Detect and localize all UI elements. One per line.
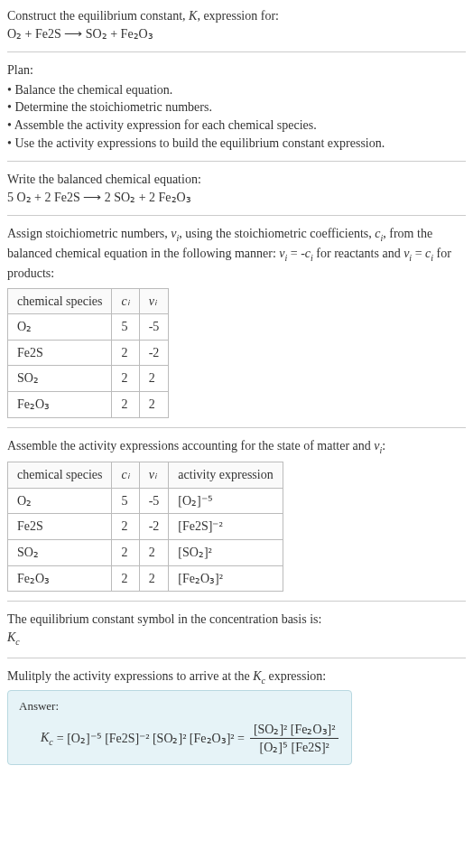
multiply-text1: Mulitply the activity expressions to arr… [7, 669, 253, 683]
table-row: Fe₂O₃22 [8, 391, 169, 417]
kc-k: K [253, 669, 261, 683]
stoich-table: chemical species cᵢ νᵢ O₂5-5 Fe2S2-2 SO₂… [7, 288, 169, 418]
table-cell: [SO₂]² [169, 540, 283, 566]
table-cell: -5 [139, 488, 169, 514]
table-cell: 2 [112, 366, 139, 392]
divider [7, 161, 466, 162]
kc-sub: c [49, 737, 52, 747]
table-header: cᵢ [112, 288, 139, 314]
kc-k: K [7, 630, 15, 644]
rel-eq: = [412, 247, 425, 260]
table-cell: [O₂]⁻⁵ [169, 488, 283, 514]
table-header: νᵢ [139, 288, 169, 314]
stoich-intro: Assign stoichiometric numbers, νi, using… [7, 225, 466, 282]
balanced-title: Write the balanced chemical equation: [7, 171, 466, 189]
kc-symbol: Kc [7, 629, 466, 649]
intro-text1b: , expression for: [197, 9, 279, 23]
kc-fraction: [SO₂]² [Fe₂O₃]² [O₂]⁵ [Fe2S]² [250, 721, 339, 757]
table-cell: 2 [139, 565, 169, 592]
plan-list: Balance the chemical equation. Determine… [7, 81, 466, 152]
table-cell: 2 [139, 366, 169, 392]
table-cell: 5 [112, 314, 139, 341]
table-cell: -2 [139, 514, 169, 540]
multiply-text2: expression: [265, 669, 326, 683]
activity-text: Assemble the activity expressions accoun… [7, 439, 374, 453]
table-row: Fe2S2-2 [8, 340, 169, 366]
kc-sub: c [15, 637, 19, 647]
table-cell: [Fe₂O₃]² [169, 565, 283, 592]
table-cell: Fe₂O₃ [8, 391, 112, 417]
divider [7, 51, 466, 52]
table-header: νᵢ [139, 462, 169, 489]
divider [7, 601, 466, 602]
table-cell: 2 [139, 391, 169, 417]
activity-text: : [382, 439, 385, 453]
stoich-section: Assign stoichiometric numbers, νi, using… [7, 225, 466, 417]
table-cell: SO₂ [8, 366, 112, 392]
table-cell: 2 [112, 540, 139, 566]
table-cell: 2 [139, 540, 169, 566]
divider [7, 427, 466, 428]
table-row: SO₂22 [8, 366, 169, 392]
frac-numerator: [SO₂]² [Fe₂O₃]² [250, 721, 339, 740]
table-header: cᵢ [112, 462, 139, 489]
table-cell: 2 [112, 514, 139, 540]
table-row: Fe2S2-2[Fe2S]⁻² [8, 514, 283, 540]
intro-equation: O₂ + Fe2S ⟶ SO₂ + Fe₂O₃ [7, 27, 153, 41]
intro-section: Construct the equilibrium constant, K, e… [7, 7, 466, 42]
activity-table: chemical species cᵢ νᵢ activity expressi… [7, 462, 283, 592]
table-cell: O₂ [8, 314, 112, 341]
plan-section: Plan: Balance the chemical equation. Det… [7, 61, 466, 152]
table-row: O₂5-5[O₂]⁻⁵ [8, 488, 283, 514]
plan-title: Plan: [7, 61, 466, 79]
rel-eq: = - [287, 247, 305, 260]
eq-symbol-section: The equilibrium constant symbol in the c… [7, 611, 466, 648]
table-cell: 2 [112, 391, 139, 417]
balanced-section: Write the balanced chemical equation: 5 … [7, 171, 466, 206]
table-header: activity expression [169, 462, 283, 489]
table-row: SO₂22[SO₂]² [8, 540, 283, 566]
intro-text1: Construct the equilibrium constant, [7, 9, 189, 23]
activity-section: Assemble the activity expressions accoun… [7, 437, 466, 593]
table-cell: 5 [112, 488, 139, 514]
plan-item: Assemble the activity expression for eac… [7, 117, 466, 135]
frac-denominator: [O₂]⁵ [Fe2S]² [250, 739, 339, 757]
plan-item: Use the activity expressions to build th… [7, 135, 466, 153]
divider [7, 658, 466, 658]
plan-item: Balance the chemical equation. [7, 81, 466, 99]
intro-eq-arrow: ⟶ [61, 27, 86, 41]
stoich-text: for reactants and [313, 247, 403, 260]
multiply-text: Mulitply the activity expressions to arr… [7, 667, 466, 687]
intro-eq-rhs: SO₂ + Fe₂O₃ [86, 27, 153, 41]
table-cell: -2 [139, 340, 169, 366]
table-cell: -5 [139, 314, 169, 341]
stoich-text: Assign stoichiometric numbers, [7, 227, 171, 240]
table-cell: 2 [112, 340, 139, 366]
table-header: chemical species [8, 288, 112, 314]
table-header: chemical species [8, 462, 112, 489]
balanced-equation: 5 O₂ + 2 Fe2S ⟶ 2 SO₂ + 2 Fe₂O₃ [7, 189, 466, 207]
kc-k: K [41, 731, 49, 744]
table-row: O₂5-5 [8, 314, 169, 341]
table-row: Fe₂O₃22[Fe₂O₃]² [8, 565, 283, 592]
activity-intro: Assemble the activity expressions accoun… [7, 437, 466, 457]
stoich-text: , using the stoichiometric coefficients, [179, 227, 375, 240]
table-header-row: chemical species cᵢ νᵢ activity expressi… [8, 462, 283, 489]
answer-label: Answer: [19, 698, 340, 714]
kc-lhs: Kc [41, 729, 53, 749]
table-cell: 2 [112, 565, 139, 592]
table-cell: Fe2S [8, 340, 112, 366]
table-cell: O₂ [8, 488, 112, 514]
table-cell: SO₂ [8, 540, 112, 566]
answer-box: Answer: Kc = [O₂]⁻⁵ [Fe2S]⁻² [SO₂]² [Fe₂… [7, 690, 352, 764]
divider [7, 215, 466, 216]
intro-k: K [189, 9, 197, 23]
table-cell: Fe₂O₃ [8, 565, 112, 592]
table-cell: [Fe2S]⁻² [169, 514, 283, 540]
eq-symbol-text: The equilibrium constant symbol in the c… [7, 611, 466, 629]
answer-formula: Kc = [O₂]⁻⁵ [Fe2S]⁻² [SO₂]² [Fe₂O₃]² = [… [19, 721, 340, 757]
plan-item: Determine the stoichiometric numbers. [7, 98, 466, 117]
intro-eq-lhs: O₂ + Fe2S [7, 27, 61, 41]
table-header-row: chemical species cᵢ νᵢ [8, 288, 169, 314]
kc-eq: = [O₂]⁻⁵ [Fe2S]⁻² [SO₂]² [Fe₂O₃]² = [57, 730, 245, 748]
